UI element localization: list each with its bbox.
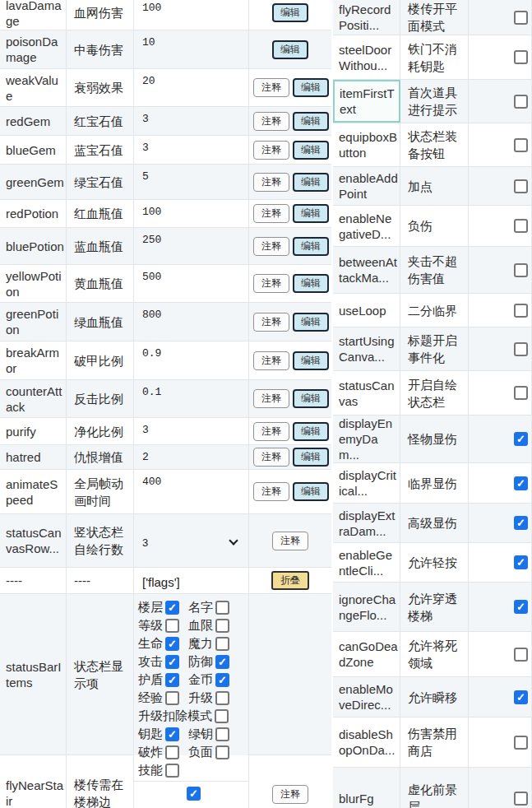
key-cell[interactable]: hatred [0, 445, 67, 469]
note-button[interactable]: 注释 [253, 482, 289, 501]
checkbox[interactable] [215, 601, 229, 615]
edit-button[interactable]: 编辑 [293, 141, 329, 160]
edit-button[interactable]: 编辑 [293, 237, 329, 256]
checkbox[interactable] [165, 619, 179, 633]
checkbox[interactable] [215, 619, 229, 633]
checkbox[interactable] [165, 745, 179, 759]
note-button[interactable]: 注释 [253, 313, 289, 332]
checkbox[interactable] [514, 263, 528, 277]
edit-button[interactable]: 编辑 [272, 3, 308, 22]
note-button[interactable]: 注释 [253, 274, 289, 293]
checkbox[interactable] [165, 764, 179, 778]
checkbox[interactable] [215, 709, 229, 723]
checkbox[interactable] [514, 648, 528, 662]
checkbox[interactable]: ✓ [187, 787, 201, 801]
checkbox[interactable] [514, 179, 528, 193]
key-cell[interactable]: enableNegativeD... [333, 206, 400, 246]
checkbox[interactable]: ✓ [165, 637, 179, 651]
checkbox[interactable]: ✓ [215, 655, 229, 669]
checkbox[interactable] [215, 727, 229, 741]
note-button[interactable]: 注释 [253, 78, 289, 97]
key-cell[interactable]: steelDoorWithou... [333, 35, 400, 79]
checkbox[interactable] [514, 219, 528, 233]
key-cell[interactable]: enableAddPoint [333, 167, 400, 205]
checkbox[interactable]: ✓ [514, 600, 528, 614]
key-cell[interactable]: itemFirstText [333, 80, 400, 123]
note-button[interactable]: 注释 [253, 204, 289, 223]
checkbox[interactable] [215, 691, 229, 705]
checkbox[interactable]: ✓ [514, 690, 528, 704]
checkbox[interactable] [514, 736, 528, 750]
note-button[interactable]: 注释 [253, 141, 289, 160]
key-cell[interactable]: displayCritical... [333, 463, 400, 503]
key-cell[interactable]: equipboxButton [333, 123, 400, 166]
edit-button[interactable]: 编辑 [293, 78, 329, 97]
key-cell[interactable]: enableMoveDirec... [333, 677, 400, 717]
key-cell[interactable]: breakArmor [0, 341, 67, 379]
key-cell[interactable]: useLoop [333, 294, 400, 327]
key-cell[interactable]: statusCanvasRow... [0, 514, 67, 567]
checkbox[interactable] [514, 95, 528, 109]
checkbox[interactable] [514, 11, 528, 25]
fold-button[interactable]: 折叠 [271, 571, 309, 590]
key-cell[interactable]: greenPotion [0, 303, 67, 341]
checkbox[interactable]: ✓ [165, 673, 179, 687]
note-button[interactable]: 注释 [272, 785, 308, 804]
edit-button[interactable]: 编辑 [293, 389, 329, 408]
checkbox[interactable]: ✓ [514, 476, 528, 490]
checkbox[interactable] [514, 50, 528, 64]
key-cell[interactable]: flyRecordPositi... [333, 0, 400, 35]
key-cell[interactable]: counterAttack [0, 380, 67, 417]
edit-button[interactable]: 编辑 [293, 351, 329, 370]
key-cell[interactable]: poisonDamage [0, 30, 67, 68]
key-cell[interactable]: startUsingCanva... [333, 327, 400, 370]
checkbox[interactable]: ✓ [165, 655, 179, 669]
checkbox[interactable]: ✓ [165, 601, 179, 615]
key-cell[interactable]: enableGentleCli... [333, 543, 400, 582]
key-cell[interactable]: ---- [0, 568, 67, 593]
note-button[interactable]: 注释 [272, 532, 308, 550]
checkbox[interactable] [514, 386, 528, 400]
edit-button[interactable]: 编辑 [293, 422, 329, 441]
key-cell[interactable]: bluePotion [0, 228, 67, 264]
key-cell[interactable]: disableShopOnDa... [333, 717, 400, 767]
checkbox[interactable]: ✓ [514, 555, 528, 569]
key-cell[interactable]: ignoreChangeFlo... [333, 583, 400, 631]
edit-button[interactable]: 编辑 [293, 448, 329, 467]
checkbox[interactable]: ✓ [215, 673, 229, 687]
note-button[interactable]: 注释 [253, 112, 289, 131]
checkbox[interactable] [165, 691, 179, 705]
key-cell[interactable]: blurFg [333, 768, 400, 808]
note-button[interactable]: 注释 [253, 237, 289, 256]
checkbox[interactable] [514, 792, 528, 806]
edit-button[interactable]: 编辑 [293, 274, 329, 293]
note-button[interactable]: 注释 [253, 173, 289, 192]
edit-button[interactable]: 编辑 [293, 482, 329, 501]
checkbox[interactable] [215, 637, 229, 651]
key-cell[interactable]: animateSpeed [0, 470, 67, 513]
key-cell[interactable]: displayEnemyDam... [333, 416, 400, 462]
checkbox[interactable]: ✓ [514, 432, 528, 446]
checkbox[interactable]: ✓ [514, 516, 528, 530]
key-cell[interactable]: displayExtraDam... [333, 504, 400, 542]
key-cell[interactable]: redPotion [0, 200, 67, 227]
note-button[interactable]: 注释 [253, 448, 289, 467]
key-cell[interactable]: redGem [0, 107, 67, 135]
note-button[interactable]: 注释 [253, 351, 289, 370]
key-cell[interactable]: blueGem [0, 136, 67, 164]
key-cell[interactable]: flyNearStair [0, 755, 67, 808]
edit-button[interactable]: 编辑 [293, 173, 329, 192]
checkbox[interactable] [215, 745, 229, 759]
edit-button[interactable]: 编辑 [293, 313, 329, 332]
checkbox[interactable] [514, 342, 528, 356]
key-cell[interactable]: statusBarItems [0, 594, 67, 755]
key-cell[interactable]: statusCanvas [333, 371, 400, 415]
rows-select[interactable]: 3 [142, 536, 245, 549]
checkbox[interactable] [514, 138, 528, 152]
note-button[interactable]: 注释 [253, 389, 289, 408]
key-cell[interactable]: weakValue [0, 69, 67, 106]
key-cell[interactable]: lavaDamage [0, 0, 67, 30]
key-cell[interactable]: yellowPotion [0, 265, 67, 302]
edit-button[interactable]: 编辑 [293, 204, 329, 223]
checkbox[interactable] [514, 304, 528, 318]
